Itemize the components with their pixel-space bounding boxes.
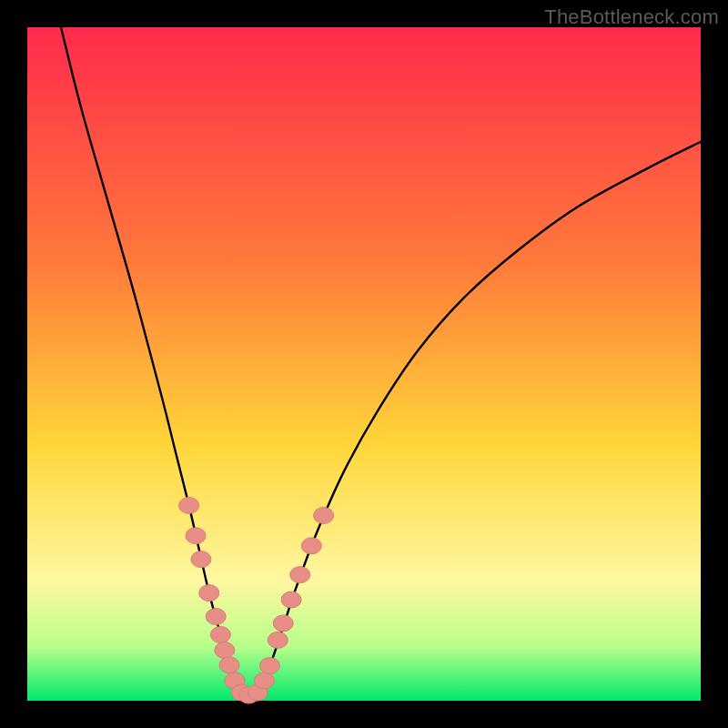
attribution-label: TheBottleneck.com (544, 5, 719, 29)
curve-marker (290, 567, 310, 583)
curve-marker (268, 632, 288, 648)
curve-marker (186, 528, 206, 544)
curve-marker (210, 626, 230, 642)
curve-marker (259, 658, 279, 674)
curve-marker (199, 585, 219, 602)
curve-marker (215, 642, 235, 659)
curve-marker (206, 609, 226, 625)
curve-marker (281, 592, 301, 608)
curve-marker (273, 615, 293, 632)
curve-marker (219, 657, 239, 673)
curve-marker (179, 497, 199, 513)
plot-background (27, 27, 701, 701)
bottleneck-chart (0, 0, 728, 728)
curve-marker (314, 508, 334, 524)
curve-marker (191, 551, 211, 568)
curve-marker (301, 538, 321, 554)
curve-marker (254, 672, 274, 689)
